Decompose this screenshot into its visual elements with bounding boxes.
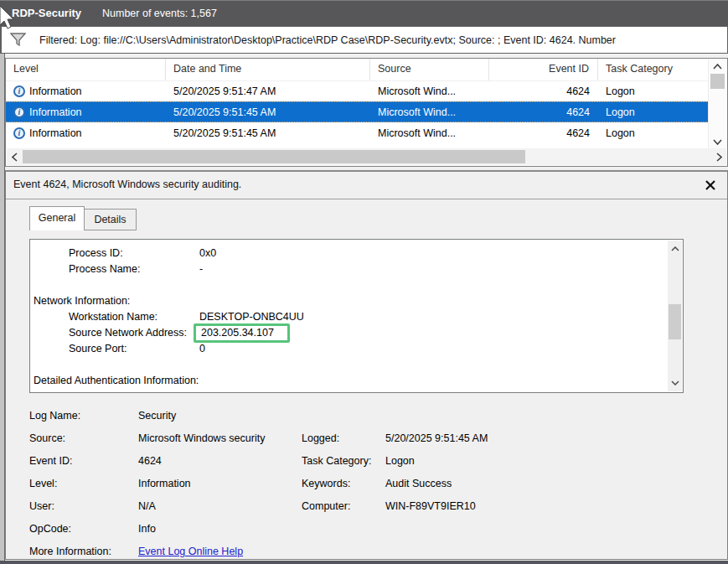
column-header-level[interactable]: Level xyxy=(6,59,166,80)
event-table-body: iInformation 5/20/2025 9:51:47 AM Micros… xyxy=(6,80,709,143)
cell-date-time: 5/20/2025 9:51:45 AM xyxy=(166,127,370,139)
cell-event-id: 4624 xyxy=(489,85,598,97)
horizontal-scrollbar-thumb[interactable] xyxy=(23,150,525,163)
desc-value: 0 xyxy=(199,343,205,359)
cell-source: Microsoft Wind... xyxy=(370,127,489,139)
event-viewer-window: { "title_bar": { "log_name": "RDP-Securi… xyxy=(0,0,728,564)
scroll-up-icon[interactable] xyxy=(668,242,682,256)
column-header-source[interactable]: Source xyxy=(370,59,489,80)
event-description-box: Process ID:0x0 Process Name:- Network In… xyxy=(29,239,684,393)
event-log-online-help-link[interactable]: Event Log Online Help xyxy=(138,541,243,563)
filter-notification-bar: Filtered: Log: file://C:\Users\Administr… xyxy=(0,26,728,54)
desc-label: Workstation Name: xyxy=(69,311,199,327)
scroll-down-icon[interactable] xyxy=(668,376,682,390)
scroll-up-icon[interactable] xyxy=(709,60,726,73)
event-id-value: 4624 xyxy=(138,450,302,473)
description-vertical-scrollbar[interactable] xyxy=(668,241,682,391)
user-value: N/A xyxy=(138,495,302,518)
opcode-label: OpCode: xyxy=(29,518,138,541)
events-count-label: Number of events: 1,567 xyxy=(102,8,217,19)
desc-label: Source Port: xyxy=(69,343,199,359)
source-label: Source: xyxy=(29,427,138,450)
mouse-cursor-icon xyxy=(0,5,16,30)
scroll-left-icon[interactable] xyxy=(7,148,22,165)
level-label: Level: xyxy=(29,473,138,495)
source-value: Microsoft Windows security xyxy=(138,427,302,450)
cell-level: Information xyxy=(29,85,82,97)
computer-value: WIN-F89VT9IER10 xyxy=(385,495,476,518)
cell-source: Microsoft Wind... xyxy=(370,85,489,97)
cell-event-id: 4624 xyxy=(489,127,598,139)
log-name-title: RDP-Security xyxy=(12,7,81,19)
cell-task-category: Logon xyxy=(598,106,709,118)
information-level-icon: i xyxy=(13,106,25,118)
log-name-value: Security xyxy=(138,405,302,427)
event-table-header: Level Date and Time Source Event ID Task… xyxy=(6,59,709,81)
column-header-event-id[interactable]: Event ID xyxy=(489,59,598,80)
vertical-scrollbar-thumb[interactable] xyxy=(710,74,725,89)
tab-details[interactable]: Details xyxy=(85,209,137,230)
event-list-vertical-scrollbar[interactable] xyxy=(708,60,726,148)
desc-value: - xyxy=(199,263,203,279)
desc-section-heading: Network Information: xyxy=(34,295,130,311)
desc-label: Process Name: xyxy=(69,263,199,279)
more-information-label: More Information: xyxy=(29,541,138,563)
task-category-value: Logon xyxy=(385,450,415,473)
blank-line xyxy=(34,359,668,375)
task-category-label: Task Category: xyxy=(302,450,385,473)
desc-value: 0x0 xyxy=(199,247,216,263)
column-header-task-category[interactable]: Task Category xyxy=(598,59,709,80)
cell-level: Information xyxy=(29,127,82,139)
log-title-bar: RDP-Security Number of events: 1,567 xyxy=(0,0,728,26)
table-row-selected[interactable]: iInformation 5/20/2025 9:51:45 AM Micros… xyxy=(6,101,709,122)
scroll-down-icon[interactable] xyxy=(709,135,726,148)
cell-task-category: Logon xyxy=(598,85,709,97)
desc-label: Process ID: xyxy=(69,247,199,263)
tab-general[interactable]: General xyxy=(29,206,85,230)
close-icon[interactable] xyxy=(704,179,717,192)
filter-description-text: Filtered: Log: file://C:\Users\Administr… xyxy=(39,34,616,46)
user-label: User: xyxy=(29,495,138,518)
event-id-label: Event ID: xyxy=(29,450,138,473)
event-list-pane: Level Date and Time Source Event ID Task… xyxy=(5,58,728,167)
description-scrollbar-thumb[interactable] xyxy=(669,304,681,339)
scroll-right-icon[interactable] xyxy=(711,148,726,165)
event-details-pane: Event 4624, Microsoft Windows security a… xyxy=(5,170,728,560)
cell-task-category: Logon xyxy=(598,127,709,139)
logged-label: Logged: xyxy=(302,427,385,450)
cell-date-time: 5/20/2025 9:51:45 AM xyxy=(166,106,370,118)
log-name-label: Log Name: xyxy=(29,405,138,427)
table-row[interactable]: iInformation 5/20/2025 9:51:47 AM Micros… xyxy=(6,80,709,101)
source-ip-highlight-box: 203.205.34.107 xyxy=(194,323,290,343)
cell-date-time: 5/20/2025 9:51:47 AM xyxy=(166,85,370,97)
table-row[interactable]: iInformation 5/20/2025 9:51:45 AM Micros… xyxy=(6,122,709,143)
desc-label-source-network-address: Source Network Address: xyxy=(69,327,199,343)
event-details-header: Event 4624, Microsoft Windows security a… xyxy=(6,172,727,199)
desc-section-heading: Detailed Authentication Information: xyxy=(34,375,199,391)
information-level-icon: i xyxy=(13,127,25,139)
logged-value: 5/20/2025 9:51:45 AM xyxy=(385,427,488,450)
event-description-text: Process ID:0x0 Process Name:- Network In… xyxy=(30,240,668,392)
computer-label: Computer: xyxy=(302,495,385,518)
filter-funnel-icon xyxy=(10,33,26,47)
column-header-date-time[interactable]: Date and Time xyxy=(166,59,370,80)
cell-event-id: 4624 xyxy=(489,106,598,118)
keywords-label: Keywords: xyxy=(302,473,385,495)
event-properties-grid: Log Name: Security Source: Microsoft Win… xyxy=(29,405,700,563)
level-value: Information xyxy=(138,473,302,495)
blank-line xyxy=(34,279,668,295)
information-level-icon: i xyxy=(13,85,25,97)
opcode-value: Info xyxy=(138,518,302,541)
cell-source: Microsoft Wind... xyxy=(370,106,489,118)
event-list-horizontal-scrollbar[interactable] xyxy=(7,148,726,165)
cell-level: Information xyxy=(29,106,82,118)
keywords-value: Audit Success xyxy=(385,473,452,495)
event-details-title: Event 4624, Microsoft Windows security a… xyxy=(13,179,241,190)
